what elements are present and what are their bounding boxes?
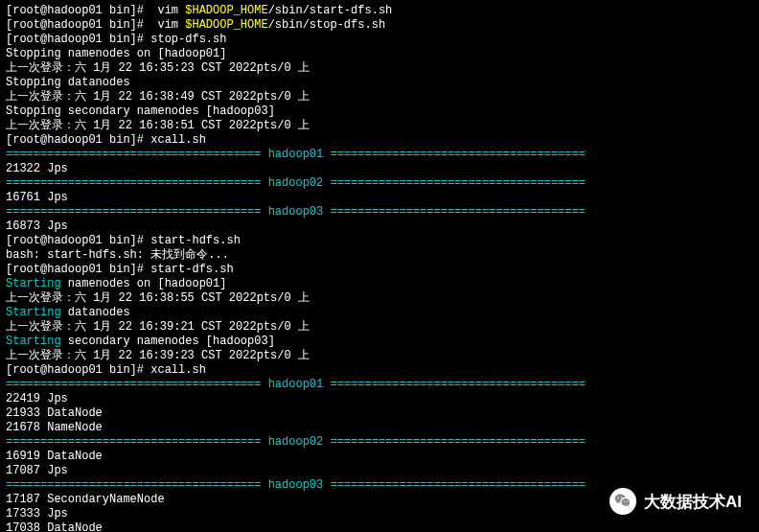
terminal-segment: ===================================== ha… (6, 378, 586, 391)
terminal-line: 22419 Jps (6, 392, 753, 406)
terminal-segment: 上一次登录：六 1月 22 16:38:55 CST 2022pts/0 上 (6, 291, 310, 305)
terminal-segment: 17087 Jps (6, 464, 68, 477)
watermark-text: 大数据技术AI (644, 495, 742, 509)
terminal-output[interactable]: [root@hadoop01 bin]# vim $HADOOP_HOME/sb… (6, 4, 753, 532)
terminal-line: 上一次登录：六 1月 22 16:39:21 CST 2022pts/0 上 (6, 320, 753, 335)
terminal-line: 21322 Jps (6, 162, 753, 176)
terminal-segment: [root@hadoop01 bin]# stop-dfs.sh (6, 33, 226, 46)
terminal-segment: /sbin/stop-dfs.sh (268, 18, 385, 32)
terminal-segment: ===================================== ha… (6, 478, 586, 492)
terminal-segment: [root@hadoop01 bin]# xcall.sh (6, 363, 206, 377)
terminal-segment: 17187 SecondaryNameNode (6, 493, 165, 506)
terminal-segment: ===================================== ha… (6, 435, 586, 449)
terminal-line: [root@hadoop01 bin]# stop-dfs.sh (6, 33, 753, 47)
terminal-segment: ===================================== ha… (6, 205, 586, 219)
terminal-segment: Starting (6, 306, 61, 319)
terminal-line: Starting datanodes (6, 306, 753, 320)
terminal-line: 16761 Jps (6, 191, 753, 205)
terminal-line: ===================================== ha… (6, 148, 753, 162)
terminal-segment: $HADOOP_HOME (185, 18, 267, 32)
terminal-segment: Stopping namenodes on [hadoop01] (6, 47, 226, 60)
terminal-segment: $HADOOP_HOME (185, 4, 267, 17)
terminal-segment: [root@hadoop01 bin]# vim (6, 18, 185, 32)
terminal-line: ===================================== ha… (6, 205, 753, 220)
terminal-segment: 上一次登录：六 1月 22 16:38:49 CST 2022pts/0 上 (6, 90, 310, 104)
terminal-segment: Starting (6, 335, 61, 348)
terminal-segment: [root@hadoop01 bin]# start-hdfs.sh (6, 234, 241, 247)
terminal-line: Starting namenodes on [hadoop01] (6, 277, 753, 291)
terminal-segment: 上一次登录：六 1月 22 16:35:23 CST 2022pts/0 上 (6, 61, 310, 75)
terminal-line: 上一次登录：六 1月 22 16:39:23 CST 2022pts/0 上 (6, 349, 753, 363)
terminal-line: Stopping datanodes (6, 76, 753, 90)
terminal-segment: Starting (6, 277, 61, 290)
terminal-segment: namenodes on [hadoop01] (61, 277, 227, 290)
terminal-segment: datanodes (61, 306, 130, 319)
terminal-segment: secondary namenodes [hadoop03] (61, 335, 275, 348)
terminal-segment: 22419 Jps (6, 392, 68, 405)
terminal-line: [root@hadoop01 bin]# start-hdfs.sh (6, 234, 753, 248)
terminal-line: ===================================== ha… (6, 435, 753, 450)
terminal-line: Starting secondary namenodes [hadoop03] (6, 335, 753, 349)
terminal-line: [root@hadoop01 bin]# xcall.sh (6, 133, 753, 148)
terminal-segment: 21678 NameNode (6, 421, 103, 434)
terminal-segment: 17038 DataNode (6, 521, 103, 532)
terminal-segment: 21322 Jps (6, 162, 68, 175)
terminal-line: [root@hadoop01 bin]# start-dfs.sh (6, 263, 753, 277)
terminal-line: Stopping secondary namenodes [hadoop03] (6, 104, 753, 119)
terminal-segment: 16873 Jps (6, 220, 68, 233)
terminal-segment: 16761 Jps (6, 191, 68, 204)
terminal-line: Stopping namenodes on [hadoop01] (6, 47, 753, 61)
terminal-line: [root@hadoop01 bin]# xcall.sh (6, 363, 753, 378)
terminal-segment: Stopping secondary namenodes [hadoop03] (6, 104, 275, 118)
terminal-segment: [root@hadoop01 bin]# xcall.sh (6, 133, 206, 147)
terminal-line: bash: start-hdfs.sh: 未找到命令... (6, 248, 753, 263)
terminal-segment: /sbin/start-dfs.sh (268, 4, 393, 17)
terminal-line: 16919 DataNode (6, 450, 753, 464)
terminal-line: ===================================== ha… (6, 176, 753, 191)
terminal-line: 上一次登录：六 1月 22 16:35:23 CST 2022pts/0 上 (6, 61, 753, 76)
terminal-line: 上一次登录：六 1月 22 16:38:51 CST 2022pts/0 上 (6, 119, 753, 133)
terminal-segment: 21933 DataNode (6, 406, 103, 420)
terminal-line: 17038 DataNode (6, 521, 753, 532)
terminal-segment: 上一次登录：六 1月 22 16:38:51 CST 2022pts/0 上 (6, 119, 310, 132)
terminal-line: 上一次登录：六 1月 22 16:38:49 CST 2022pts/0 上 (6, 90, 753, 104)
terminal-segment: bash: start-hdfs.sh: 未找到命令... (6, 248, 229, 262)
terminal-line: 16873 Jps (6, 220, 753, 234)
terminal-line: 21933 DataNode (6, 406, 753, 421)
terminal-segment: ===================================== ha… (6, 176, 586, 190)
terminal-line: 21678 NameNode (6, 421, 753, 435)
terminal-segment: 17333 Jps (6, 507, 68, 520)
terminal-segment: [root@hadoop01 bin]# vim (6, 4, 185, 17)
terminal-segment: 16919 DataNode (6, 450, 103, 463)
terminal-segment: 上一次登录：六 1月 22 16:39:21 CST 2022pts/0 上 (6, 320, 310, 334)
terminal-line: 17087 Jps (6, 464, 753, 478)
terminal-segment: [root@hadoop01 bin]# start-dfs.sh (6, 263, 234, 276)
watermark: 大数据技术AI (610, 488, 742, 515)
terminal-line: ===================================== ha… (6, 378, 753, 392)
terminal-segment: Stopping datanodes (6, 76, 130, 89)
terminal-line: [root@hadoop01 bin]# vim $HADOOP_HOME/sb… (6, 18, 753, 33)
wechat-icon (610, 488, 636, 515)
terminal-segment: ===================================== ha… (6, 148, 586, 161)
terminal-line: [root@hadoop01 bin]# vim $HADOOP_HOME/sb… (6, 4, 753, 18)
terminal-segment: 上一次登录：六 1月 22 16:39:23 CST 2022pts/0 上 (6, 349, 310, 362)
terminal-line: 上一次登录：六 1月 22 16:38:55 CST 2022pts/0 上 (6, 291, 753, 306)
